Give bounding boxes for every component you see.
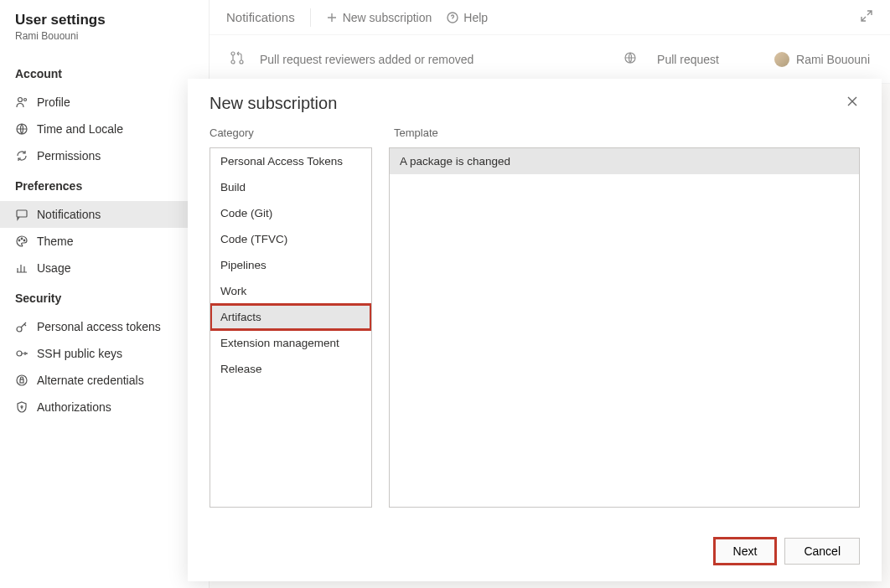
nav-alt-creds[interactable]: Alternate credentials xyxy=(0,367,209,394)
key-icon xyxy=(15,320,28,333)
toolbar-separator xyxy=(310,8,311,27)
nav-time-locale[interactable]: Time and Locale xyxy=(0,116,209,142)
close-button[interactable] xyxy=(845,94,860,111)
notification-user-name: Rami Bououni xyxy=(796,53,870,66)
svg-point-15 xyxy=(240,60,243,64)
new-subscription-button[interactable]: New subscription xyxy=(326,11,432,24)
nav-label: Profile xyxy=(37,95,70,109)
help-button[interactable]: Help xyxy=(447,11,488,24)
nav-label: Authorizations xyxy=(37,400,111,414)
new-subscription-label: New subscription xyxy=(343,11,432,24)
svg-point-1 xyxy=(24,99,27,101)
nav-label: Theme xyxy=(37,235,74,248)
new-subscription-dialog: New subscription Category Template Perso… xyxy=(188,79,882,581)
nav-label: SSH public keys xyxy=(37,347,122,360)
help-label: Help xyxy=(463,11,488,24)
expand-icon xyxy=(860,9,873,23)
lock-icon xyxy=(15,374,28,387)
svg-point-14 xyxy=(231,60,235,64)
sidebar: User settings Rami Bououni Account Profi… xyxy=(0,0,210,588)
nav-label: Notifications xyxy=(37,208,101,221)
template-label: Template xyxy=(394,126,438,139)
nav-notifications[interactable]: Notifications xyxy=(0,201,209,228)
category-item[interactable]: Code (Git) xyxy=(210,200,371,226)
svg-point-13 xyxy=(231,52,235,55)
help-icon xyxy=(447,12,458,23)
nav-label: Time and Locale xyxy=(37,122,123,136)
ssh-key-icon xyxy=(15,347,28,360)
svg-point-8 xyxy=(17,351,22,356)
section-account: Account xyxy=(0,57,209,89)
section-preferences: Preferences xyxy=(0,169,209,201)
notification-row[interactable]: Pull request reviewers added or removed … xyxy=(210,35,890,84)
plus-icon xyxy=(326,12,338,23)
section-security: Security xyxy=(0,281,209,313)
expand-button[interactable] xyxy=(860,9,873,25)
sidebar-user: Rami Bououni xyxy=(15,30,194,42)
bar-chart-icon xyxy=(15,261,28,275)
svg-rect-3 xyxy=(17,210,27,217)
category-item[interactable]: Artifacts xyxy=(210,304,371,330)
nav-label: Personal access tokens xyxy=(37,320,161,333)
web-icon xyxy=(624,51,640,67)
nav-theme[interactable]: Theme xyxy=(0,228,209,255)
notification-user: Rami Bououni xyxy=(774,52,870,67)
category-item[interactable]: Release xyxy=(210,356,371,382)
refresh-icon xyxy=(15,149,28,162)
paint-icon xyxy=(15,235,28,248)
nav-authorizations[interactable]: Authorizations xyxy=(0,394,209,420)
sidebar-title: User settings xyxy=(15,12,194,28)
globe-icon xyxy=(15,122,28,136)
category-item[interactable]: Build xyxy=(210,174,371,200)
nav-profile[interactable]: Profile xyxy=(0,89,209,116)
category-item[interactable]: Work xyxy=(210,278,371,304)
category-list[interactable]: Personal Access TokensBuildCode (Git)Cod… xyxy=(210,147,372,508)
dialog-title: New subscription xyxy=(210,94,337,113)
category-label: Category xyxy=(210,126,372,139)
category-item[interactable]: Pipelines xyxy=(210,252,371,278)
avatar xyxy=(774,52,789,67)
svg-point-4 xyxy=(18,240,20,241)
nav-ssh[interactable]: SSH public keys xyxy=(0,340,209,367)
pull-request-icon xyxy=(230,50,246,68)
category-item[interactable]: Personal Access Tokens xyxy=(210,148,371,174)
nav-permissions[interactable]: Permissions xyxy=(0,142,209,169)
shield-icon xyxy=(15,400,28,414)
close-icon xyxy=(846,95,858,107)
nav-usage[interactable]: Usage xyxy=(0,255,209,281)
svg-point-11 xyxy=(21,406,23,408)
nav-label: Alternate credentials xyxy=(37,374,144,387)
chat-icon xyxy=(15,208,28,221)
notification-description: Pull request reviewers added or removed xyxy=(260,53,607,66)
toolbar: Notifications New subscription Help xyxy=(210,0,890,35)
nav-label: Permissions xyxy=(37,149,101,162)
cancel-button[interactable]: Cancel xyxy=(784,538,860,565)
svg-point-0 xyxy=(18,98,23,102)
next-button[interactable]: Next xyxy=(714,538,777,565)
template-item[interactable]: A package is changed xyxy=(390,148,859,174)
nav-pat[interactable]: Personal access tokens xyxy=(0,313,209,340)
category-item[interactable]: Code (TFVC) xyxy=(210,226,371,252)
svg-point-6 xyxy=(23,240,25,241)
template-list[interactable]: A package is changed xyxy=(389,147,860,508)
toolbar-title: Notifications xyxy=(226,10,295,24)
svg-rect-10 xyxy=(20,379,23,383)
svg-point-5 xyxy=(21,238,23,240)
notification-type: Pull request xyxy=(657,53,774,66)
person-icon xyxy=(15,95,28,109)
category-item[interactable]: Extension management xyxy=(210,330,371,356)
nav-label: Usage xyxy=(37,261,70,275)
